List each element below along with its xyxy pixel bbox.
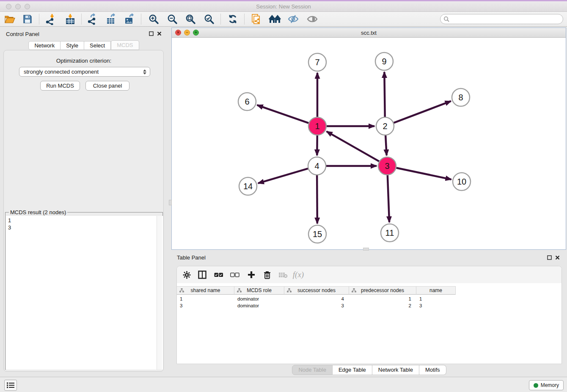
import-network-icon[interactable] bbox=[44, 13, 57, 25]
node-label-7: 7 bbox=[315, 58, 319, 67]
refresh-icon[interactable] bbox=[226, 13, 239, 25]
tab-mcds[interactable]: MCDS bbox=[111, 40, 139, 50]
edge-3-1[interactable] bbox=[327, 131, 379, 161]
column-label: successor nodes bbox=[297, 287, 336, 293]
cell-name[interactable]: 1 bbox=[416, 295, 456, 302]
zoom-in-icon[interactable] bbox=[147, 13, 160, 25]
optimization-criterion-label: Optimization criterion: bbox=[0, 58, 168, 64]
edge-4-14[interactable] bbox=[258, 168, 308, 183]
delete-table-icon[interactable] bbox=[277, 268, 289, 281]
app-title: Session: New Session bbox=[0, 3, 567, 10]
hide-selected-icon[interactable] bbox=[286, 13, 300, 25]
table-panel-title: Table Panel bbox=[177, 254, 206, 261]
network-canvas[interactable]: 7968124314101511 bbox=[172, 38, 566, 249]
tab-style[interactable]: Style bbox=[61, 41, 84, 50]
import-table-icon[interactable] bbox=[63, 13, 77, 25]
criterion-dropdown[interactable]: strongly connected component bbox=[19, 67, 150, 77]
dropdown-stepper-icon bbox=[142, 69, 147, 75]
node-label-1: 1 bbox=[315, 121, 319, 131]
float-table-panel-icon[interactable] bbox=[547, 255, 552, 260]
float-panel-icon[interactable] bbox=[149, 31, 154, 36]
control-panel-title: Control Panel bbox=[6, 31, 39, 37]
splitter-grip-vertical[interactable] bbox=[169, 200, 172, 205]
tab-edge-table[interactable]: Edge Table bbox=[333, 365, 372, 375]
close-table-panel-icon[interactable] bbox=[555, 255, 560, 260]
node-label-10: 10 bbox=[457, 177, 466, 186]
table-toolbar: f(x) bbox=[177, 266, 561, 283]
table-tabs: Node TableEdge TableNetwork TableMotifs bbox=[171, 365, 567, 375]
column-header-name[interactable]: name bbox=[416, 286, 456, 295]
toolbar-separator bbox=[220, 14, 221, 25]
zoom-selected-icon[interactable] bbox=[202, 13, 216, 25]
edge-2-3[interactable] bbox=[385, 135, 387, 155]
export-image-icon[interactable] bbox=[123, 13, 136, 25]
table-row[interactable]: 1dominator411 bbox=[177, 295, 456, 302]
table-body: 1dominator4113dominator323 bbox=[177, 295, 456, 309]
export-network-icon[interactable] bbox=[86, 13, 99, 25]
column-header-successor-nodes[interactable]: successor nodes bbox=[284, 286, 349, 295]
edge-1-4[interactable] bbox=[317, 135, 317, 155]
task-history-button[interactable] bbox=[4, 380, 17, 391]
tree-column-icon bbox=[237, 288, 242, 293]
edge-1-6[interactable] bbox=[257, 105, 309, 123]
tab-node-table[interactable]: Node Table bbox=[292, 365, 333, 375]
table-row[interactable]: 3dominator323 bbox=[177, 302, 456, 309]
edge-3-10[interactable] bbox=[396, 168, 451, 179]
search-input[interactable] bbox=[450, 16, 563, 22]
cell-shared-name[interactable]: 3 bbox=[177, 302, 234, 309]
apply-preferred-layout-icon[interactable] bbox=[268, 13, 282, 25]
column-header-shared-name[interactable]: shared name bbox=[177, 286, 234, 295]
tab-network[interactable]: Network bbox=[28, 41, 61, 50]
node-label-2: 2 bbox=[383, 121, 387, 131]
toolbar-separator bbox=[244, 14, 245, 25]
search-field[interactable] bbox=[440, 14, 563, 24]
zoom-out-icon[interactable] bbox=[165, 13, 179, 25]
close-panel-button[interactable]: Close panel bbox=[85, 81, 129, 91]
cell-shared-name[interactable]: 1 bbox=[177, 295, 234, 302]
new-network-from-selection-icon[interactable] bbox=[250, 13, 263, 25]
apply-function-icon[interactable]: f(x) bbox=[292, 268, 305, 281]
column-label: predecessor nodes bbox=[361, 287, 404, 293]
edge-2-9[interactable] bbox=[384, 72, 385, 117]
network-view-titlebar[interactable]: × – + scc.txt bbox=[172, 28, 566, 38]
toolbar-separator bbox=[141, 14, 141, 25]
cell-name[interactable]: 3 bbox=[416, 302, 456, 309]
result-scrollbar[interactable] bbox=[157, 216, 162, 370]
table-settings-icon[interactable] bbox=[180, 268, 193, 281]
column-header-mcds-role[interactable]: MCDS role bbox=[234, 286, 284, 295]
node-label-3: 3 bbox=[385, 161, 389, 171]
edge-2-8[interactable] bbox=[394, 101, 451, 123]
cell-predecessor-nodes[interactable]: 2 bbox=[349, 302, 416, 309]
show-all-icon[interactable] bbox=[306, 13, 319, 25]
export-table-icon[interactable] bbox=[105, 13, 118, 25]
cell-successor-nodes[interactable]: 3 bbox=[284, 302, 349, 309]
open-session-icon[interactable] bbox=[3, 13, 17, 25]
cell-mcds-role[interactable]: dominator bbox=[234, 295, 284, 302]
node-label-6: 6 bbox=[245, 97, 249, 106]
memory-button[interactable]: Memory bbox=[529, 380, 564, 390]
tab-motifs[interactable]: Motifs bbox=[419, 365, 446, 375]
cell-successor-nodes[interactable]: 4 bbox=[284, 295, 349, 302]
column-header-predecessor-nodes[interactable]: predecessor nodes bbox=[349, 286, 416, 295]
splitter-grip-horizontal[interactable] bbox=[363, 248, 369, 251]
node-label-8: 8 bbox=[458, 93, 463, 102]
tree-column-icon bbox=[287, 288, 292, 293]
tab-select[interactable]: Select bbox=[84, 41, 111, 50]
mcds-result-text[interactable]: 1 3 bbox=[6, 216, 163, 370]
tab-network-table[interactable]: Network Table bbox=[372, 365, 419, 375]
column-selector-icon[interactable] bbox=[196, 268, 209, 281]
save-session-icon[interactable] bbox=[21, 13, 34, 25]
close-panel-icon[interactable] bbox=[157, 31, 162, 36]
delete-row-icon[interactable] bbox=[261, 268, 273, 281]
edge-3-11[interactable] bbox=[388, 175, 389, 222]
cell-mcds-role[interactable]: dominator bbox=[234, 302, 284, 309]
network-view-window: × – + scc.txt 7968124314101511 bbox=[171, 28, 566, 250]
edge-4-15[interactable] bbox=[317, 175, 317, 224]
cell-predecessor-nodes[interactable]: 1 bbox=[349, 295, 416, 302]
toolbar-separator bbox=[81, 14, 82, 25]
select-all-rows-icon[interactable] bbox=[212, 268, 225, 281]
zoom-fit-icon[interactable] bbox=[184, 13, 197, 25]
deselect-all-rows-icon[interactable] bbox=[228, 268, 241, 281]
add-row-icon[interactable] bbox=[245, 268, 258, 281]
run-mcds-button[interactable]: Run MCDS bbox=[40, 81, 80, 91]
